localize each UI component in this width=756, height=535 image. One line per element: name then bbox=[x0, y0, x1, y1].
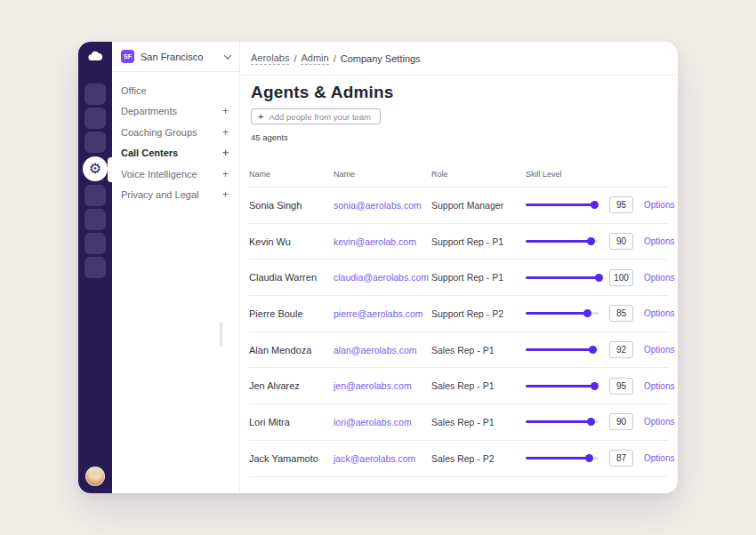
skill-slider-thumb[interactable] bbox=[595, 274, 603, 282]
skill-value-input[interactable]: 85 bbox=[609, 305, 633, 322]
rail-tiles-bottom bbox=[84, 185, 106, 278]
cloud-logo-icon[interactable] bbox=[88, 51, 103, 61]
sidebar-item-label: Departments bbox=[121, 106, 177, 116]
skill-slider-thumb[interactable] bbox=[583, 309, 591, 317]
rail-nav-icon[interactable] bbox=[84, 257, 106, 278]
rail-nav-icon[interactable] bbox=[84, 108, 106, 129]
options-link[interactable]: Options bbox=[644, 417, 674, 427]
sidebar-item-label: Office bbox=[121, 85, 147, 96]
skill-value-input[interactable]: 92 bbox=[609, 341, 633, 358]
agent-email[interactable]: alan@aerolabs.com bbox=[334, 345, 431, 355]
skill-slider-thumb[interactable] bbox=[587, 237, 595, 245]
options-link[interactable]: Options bbox=[644, 345, 674, 355]
breadcrumb-link-admin[interactable]: Admin bbox=[301, 52, 328, 65]
skill-slider[interactable] bbox=[526, 457, 599, 459]
breadcrumb: Aerolabs / Admin / Company Settings bbox=[240, 42, 678, 76]
agent-name: Lori Mitra bbox=[249, 417, 334, 427]
skill-slider[interactable] bbox=[526, 385, 599, 387]
agent-email[interactable]: claudia@aerolabs.com bbox=[334, 272, 431, 283]
agent-role: Sales Rep - P1 bbox=[431, 417, 526, 427]
table-row: Claudia Warren claudia@aerolabs.com Supp… bbox=[249, 260, 669, 296]
options-link[interactable]: Options bbox=[644, 381, 674, 391]
skill-slider[interactable] bbox=[526, 348, 599, 351]
sidebar-item-coaching-groups[interactable]: Coaching Groups + bbox=[121, 122, 229, 143]
breadcrumb-link-aerolabs[interactable]: Aerolabs bbox=[251, 52, 289, 65]
skill-value-input[interactable]: 95 bbox=[609, 378, 633, 395]
expand-plus-icon[interactable]: + bbox=[222, 169, 229, 180]
skill-slider[interactable] bbox=[526, 420, 599, 423]
breadcrumb-separator: / bbox=[334, 53, 336, 64]
agent-role: Support Manager bbox=[431, 200, 526, 211]
options-link[interactable]: Options bbox=[644, 200, 674, 210]
agents-content: Agents & Admins + Add people from your t… bbox=[240, 76, 678, 493]
agent-email[interactable]: kevin@aerolab.com bbox=[334, 236, 431, 247]
skill-value-input[interactable]: 87 bbox=[609, 450, 633, 467]
skill-slider-thumb[interactable] bbox=[591, 382, 599, 390]
agent-email[interactable]: pierre@aerolabs.com bbox=[334, 308, 431, 319]
skill-slider-fill bbox=[526, 276, 599, 279]
agent-email[interactable]: sonia@aerolabs.com bbox=[334, 200, 431, 211]
agent-name: Jen Alvarez bbox=[249, 380, 334, 391]
main-panel: Aerolabs / Admin / Company Settings Agen… bbox=[240, 42, 678, 493]
settings-active-button[interactable]: ⚙ bbox=[83, 156, 108, 181]
header-name: Name bbox=[249, 170, 334, 179]
options-link[interactable]: Options bbox=[644, 453, 674, 463]
skill-slider[interactable] bbox=[526, 204, 599, 206]
options-link[interactable]: Options bbox=[644, 308, 674, 318]
rail-nav-icon[interactable] bbox=[84, 185, 106, 206]
agent-email[interactable]: lori@aerolabs.com bbox=[334, 417, 431, 427]
agent-role: Support Rep - P1 bbox=[431, 236, 526, 247]
skill-slider-thumb[interactable] bbox=[585, 454, 593, 462]
sidebar-item-office[interactable]: Office bbox=[121, 80, 229, 101]
add-people-button[interactable]: + Add people from your team bbox=[251, 108, 381, 124]
skill-slider-thumb[interactable] bbox=[591, 201, 599, 209]
agent-role: Sales Rep - P1 bbox=[431, 380, 526, 391]
agent-name: Jack Yamamoto bbox=[249, 453, 334, 464]
workspace-name: San Francisco bbox=[141, 52, 203, 62]
skill-value-input[interactable]: 100 bbox=[609, 269, 633, 286]
skill-slider-thumb[interactable] bbox=[589, 346, 597, 354]
agent-name: Sonia Singh bbox=[249, 200, 334, 211]
rail-nav-icon[interactable] bbox=[84, 132, 106, 153]
sidebar-item-voice-intelligence[interactable]: Voice Intelligence + bbox=[121, 164, 229, 185]
agent-role: Support Rep - P2 bbox=[431, 308, 526, 319]
skill-value-input[interactable]: 90 bbox=[609, 233, 633, 250]
skill-slider[interactable] bbox=[526, 276, 599, 279]
options-link[interactable]: Options bbox=[644, 236, 674, 246]
sidebar-item-departments[interactable]: Departments + bbox=[121, 101, 229, 123]
skill-slider[interactable] bbox=[526, 240, 599, 243]
plus-icon: + bbox=[258, 112, 263, 122]
skill-slider[interactable] bbox=[526, 312, 599, 315]
skill-slider-fill bbox=[526, 420, 591, 423]
expand-plus-icon[interactable]: + bbox=[222, 148, 229, 158]
workspace-badge: SF bbox=[121, 50, 134, 63]
sidebar-item-privacy-and-legal[interactable]: Privacy and Legal + bbox=[121, 185, 229, 206]
rail-nav-icon[interactable] bbox=[84, 84, 106, 105]
expand-plus-icon[interactable]: + bbox=[222, 189, 229, 200]
skill-slider-thumb[interactable] bbox=[587, 418, 595, 426]
settings-sidebar: SF San Francisco Office Departments + Co… bbox=[112, 42, 240, 493]
header-skill-level: Skill Level bbox=[526, 170, 669, 179]
rail-nav-icon[interactable] bbox=[84, 209, 106, 230]
sidebar-menu: Office Departments + Coaching Groups + C… bbox=[112, 72, 239, 205]
expand-plus-icon[interactable]: + bbox=[222, 106, 229, 116]
skill-slider-fill bbox=[526, 312, 588, 315]
options-link[interactable]: Options bbox=[644, 273, 674, 283]
agent-email[interactable]: jen@aerolabs.com bbox=[334, 380, 431, 391]
sidebar-item-call-centers[interactable]: Call Centers + bbox=[121, 143, 229, 164]
add-people-label: Add people from your team bbox=[269, 112, 371, 122]
rail-nav-icon[interactable] bbox=[84, 233, 106, 254]
icon-rail: ⚙ bbox=[78, 42, 112, 493]
workspace-selector[interactable]: SF San Francisco bbox=[112, 42, 239, 72]
user-avatar[interactable] bbox=[85, 467, 105, 486]
agent-name: Alan Mendoza bbox=[249, 345, 334, 355]
agent-email[interactable]: jack@aerolabs.com bbox=[334, 453, 431, 464]
rail-tiles-top bbox=[84, 84, 106, 153]
sidebar-scrollbar-thumb[interactable] bbox=[220, 322, 222, 347]
skill-value-input[interactable]: 95 bbox=[609, 196, 633, 213]
expand-plus-icon[interactable]: + bbox=[222, 127, 229, 138]
skill-value-input[interactable]: 90 bbox=[609, 413, 633, 430]
chevron-down-icon bbox=[224, 52, 231, 59]
agent-role: Sales Rep - P2 bbox=[431, 453, 526, 464]
page-background: ⚙ SF San Francisco Office Departments + … bbox=[0, 0, 756, 535]
